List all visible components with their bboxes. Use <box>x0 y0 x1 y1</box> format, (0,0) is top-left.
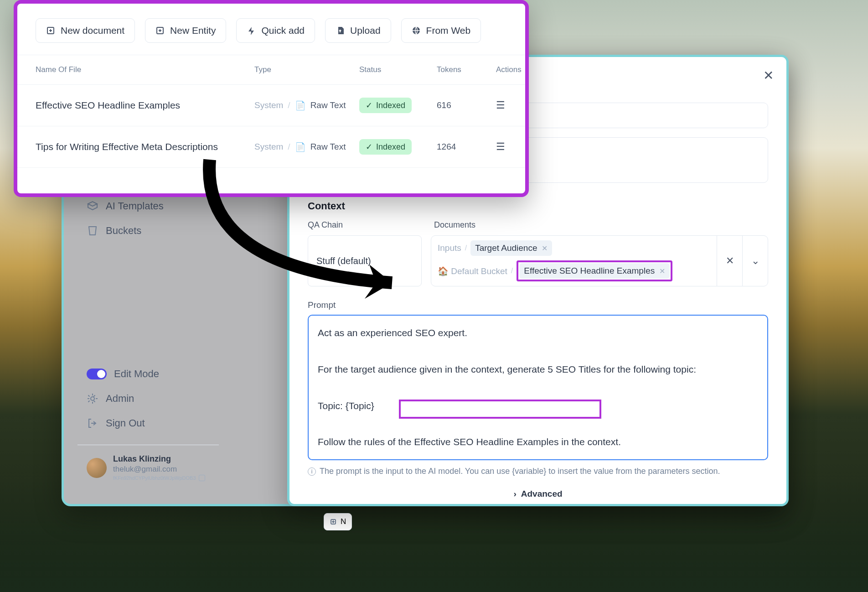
status-badge: ✓ Indexed <box>359 98 412 113</box>
box-icon <box>87 200 98 212</box>
button-label: Upload <box>350 25 381 36</box>
sign-out-icon <box>87 417 98 429</box>
prompt-textarea[interactable]: Act as an experienced SEO expert. For th… <box>308 315 768 460</box>
col-status: Status <box>359 65 437 74</box>
new-document-button[interactable]: New document <box>36 18 135 43</box>
chip-prefix-bucket: 🏠 Default Bucket <box>438 266 507 276</box>
nav-admin[interactable]: Admin <box>78 386 219 411</box>
user-block: Lukas Klinzing theluk@gmail.com fKFn92hd… <box>78 445 219 490</box>
file-toolbar: New document New Entity Quick add Upload… <box>17 4 525 55</box>
from-web-button[interactable]: From Web <box>401 18 481 43</box>
file-tokens: 1264 <box>437 142 496 152</box>
user-name: Lukas Klinzing <box>113 454 205 464</box>
button-label: New Entity <box>170 25 216 36</box>
documents-chips[interactable]: Inputs / Target Audience ✕ 🏠 Default Buc… <box>431 236 717 286</box>
file-type: System / 📄 Raw Text <box>254 142 359 152</box>
col-type: Type <box>254 65 359 74</box>
nav-sign-out[interactable]: Sign Out <box>78 411 219 436</box>
nav-label: AI Templates <box>106 200 164 212</box>
plus-square-icon <box>155 26 165 35</box>
advanced-label: Advanced <box>521 489 563 499</box>
file-name: Effective SEO Headline Examples <box>36 100 254 111</box>
qa-chain-select[interactable]: Stuff (default) <box>308 235 422 286</box>
chip-highlight: Effective SEO Headline Examples ✕ <box>517 260 672 281</box>
nav-label: Edit Mode <box>114 368 159 380</box>
prompt-label: Prompt <box>308 300 768 310</box>
user-email: theluk@gmail.com <box>113 465 205 474</box>
col-name: Name Of File <box>36 65 254 74</box>
row-actions-menu[interactable]: ☰ <box>496 141 537 153</box>
status-badge: ✓ Indexed <box>359 139 412 155</box>
avatar <box>87 458 107 478</box>
row-actions-menu[interactable]: ☰ <box>496 99 537 111</box>
canvas-chip[interactable]: N <box>324 513 352 530</box>
col-tokens: Tokens <box>437 65 496 74</box>
nav-label: Admin <box>106 393 134 405</box>
documents-label: Documents <box>434 220 475 230</box>
button-label: New document <box>61 25 124 36</box>
edit-mode-toggle[interactable]: Edit Mode <box>78 362 219 386</box>
nav-buckets[interactable]: Buckets <box>78 218 219 243</box>
chip-remove-icon[interactable]: ✕ <box>542 244 548 253</box>
qa-chain-label: QA Chain <box>308 220 343 230</box>
file-panel: New document New Entity Quick add Upload… <box>14 0 529 197</box>
sidebar: AI Templates Buckets <box>78 194 219 243</box>
docs-dropdown-button[interactable]: ⌄ <box>742 236 768 286</box>
file-table-header: Name Of File Type Status Tokens Actions <box>17 55 525 85</box>
toggle-switch[interactable] <box>87 369 107 379</box>
button-label: Quick add <box>261 25 305 36</box>
bolt-icon <box>247 26 256 35</box>
svg-point-0 <box>91 397 94 400</box>
upload-button[interactable]: Upload <box>325 18 391 43</box>
close-button[interactable]: ✕ <box>763 68 774 83</box>
docs-clear-button[interactable]: ✕ <box>717 236 742 286</box>
table-row[interactable]: Effective SEO Headline Examples System /… <box>17 85 525 126</box>
new-entity-button[interactable]: New Entity <box>145 18 226 43</box>
chip-target-audience[interactable]: Target Audience ✕ <box>470 240 552 256</box>
file-tokens: 616 <box>437 100 496 110</box>
nav-label: Sign Out <box>106 417 145 429</box>
chip-label: Target Audience <box>475 243 537 253</box>
col-actions: Actions <box>496 65 537 74</box>
file-name: Tips for Writing Effective Meta Descript… <box>36 141 254 152</box>
table-row[interactable]: Tips for Writing Effective Meta Descript… <box>17 126 525 168</box>
plus-square-icon <box>46 26 55 35</box>
nav-label: Buckets <box>106 225 141 237</box>
file-type: System / 📄 Raw Text <box>254 100 359 111</box>
bucket-icon <box>87 225 98 237</box>
prompt-hint: i The prompt is the input to the AI mode… <box>308 467 768 476</box>
globe-icon <box>412 26 421 35</box>
button-label: From Web <box>426 25 471 36</box>
context-heading: Context <box>308 200 768 212</box>
quick-add-button[interactable]: Quick add <box>236 18 315 43</box>
chip-effective-seo[interactable]: Effective SEO Headline Examples ✕ <box>519 263 670 279</box>
file-upload-icon <box>336 26 345 35</box>
sidebar-footer: Edit Mode Admin Sign Out Lukas Klinzing … <box>78 362 219 490</box>
gear-icon <box>87 393 98 405</box>
info-icon: i <box>308 467 316 476</box>
chip-label: Effective SEO Headline Examples <box>524 266 655 276</box>
chip-prefix-inputs: Inputs <box>438 243 461 253</box>
documents-field: Inputs / Target Audience ✕ 🏠 Default Buc… <box>431 235 768 286</box>
canvas-chip-label: N <box>341 517 346 526</box>
nav-ai-templates[interactable]: AI Templates <box>78 194 219 218</box>
user-id-row: fKFn92hdCYPylUbhz0tWJpWpDOB3 <box>113 475 205 481</box>
advanced-toggle[interactable]: ›Advanced <box>308 489 768 499</box>
chip-remove-icon[interactable]: ✕ <box>659 267 665 275</box>
copy-icon[interactable] <box>199 475 205 481</box>
hint-text: The prompt is the input to the AI model.… <box>320 467 720 476</box>
qa-chain-value: Stuff (default) <box>316 256 371 266</box>
user-id: fKFn92hdCYPylUbhz0tWJpWpDOB3 <box>113 475 196 481</box>
